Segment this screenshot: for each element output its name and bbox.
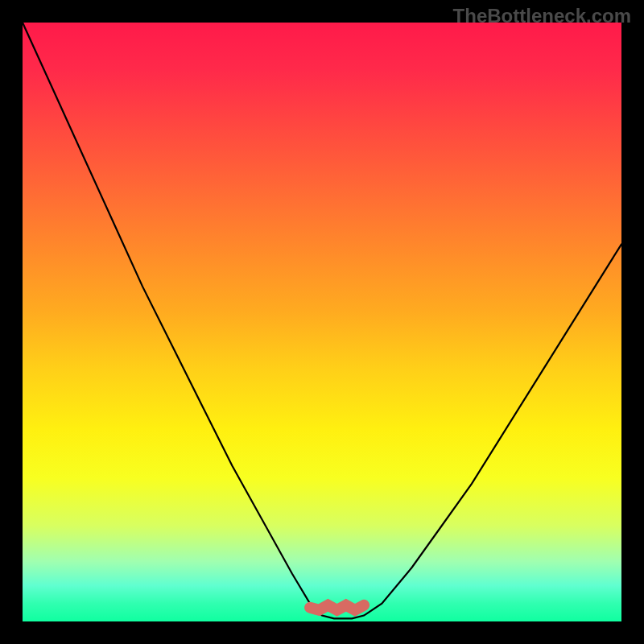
flat-segment-marker xyxy=(310,605,364,610)
bottleneck-curve xyxy=(23,23,621,618)
chart-svg xyxy=(23,23,621,621)
watermark-text: TheBottleneck.com xyxy=(453,5,631,27)
plot-area xyxy=(23,23,621,621)
